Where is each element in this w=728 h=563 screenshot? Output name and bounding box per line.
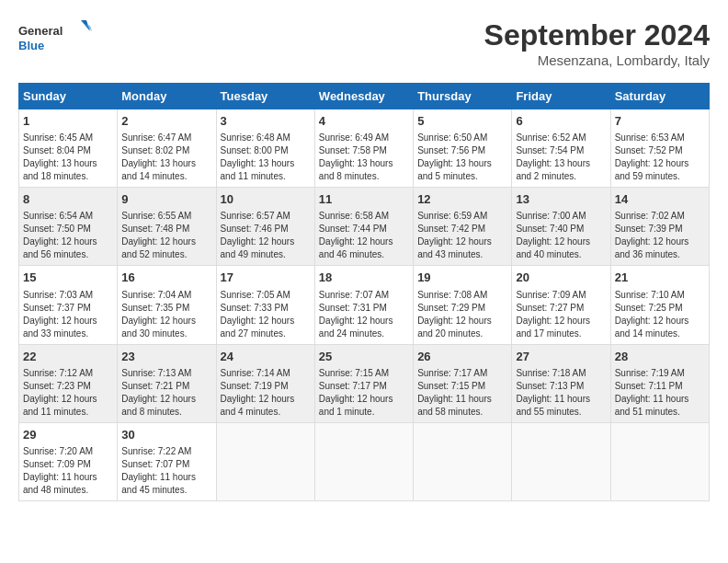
page-header: General Blue September 2024 Mesenzana, L…	[18, 18, 710, 68]
day-info: Sunrise: 7:02 AMSunset: 7:39 PMDaylight:…	[615, 210, 705, 261]
calendar-table: SundayMondayTuesdayWednesdayThursdayFrid…	[18, 83, 710, 501]
calendar-cell: 26Sunrise: 7:17 AMSunset: 7:15 PMDayligh…	[414, 344, 512, 422]
weekday-header-thursday: Thursday	[414, 84, 512, 109]
logo: General Blue	[18, 18, 92, 60]
calendar-cell: 29Sunrise: 7:20 AMSunset: 7:09 PMDayligh…	[19, 422, 118, 500]
title-block: September 2024 Mesenzana, Lombardy, Ital…	[484, 18, 710, 68]
calendar-cell: 8Sunrise: 6:54 AMSunset: 7:50 PMDaylight…	[19, 188, 118, 266]
day-info: Sunrise: 6:54 AMSunset: 7:50 PMDaylight:…	[23, 210, 113, 261]
day-number: 7	[615, 113, 705, 130]
calendar-cell: 25Sunrise: 7:15 AMSunset: 7:17 PMDayligh…	[314, 344, 413, 422]
calendar-cell: 18Sunrise: 7:07 AMSunset: 7:31 PMDayligh…	[314, 266, 413, 344]
day-number: 17	[221, 270, 311, 286]
logo-svg: General Blue	[18, 18, 92, 60]
calendar-cell: 15Sunrise: 7:03 AMSunset: 7:37 PMDayligh…	[19, 266, 118, 344]
calendar-cell: 14Sunrise: 7:02 AMSunset: 7:39 PMDayligh…	[610, 188, 709, 266]
weekday-header-tuesday: Tuesday	[216, 84, 314, 109]
day-number: 13	[516, 191, 606, 208]
day-number: 16	[121, 270, 211, 286]
calendar-cell: 21Sunrise: 7:10 AMSunset: 7:25 PMDayligh…	[610, 266, 709, 344]
day-info: Sunrise: 6:48 AMSunset: 8:00 PMDaylight:…	[221, 132, 311, 183]
calendar-week-row: 8Sunrise: 6:54 AMSunset: 7:50 PMDaylight…	[19, 188, 710, 266]
day-number: 10	[221, 191, 311, 208]
day-info: Sunrise: 7:20 AMSunset: 7:09 PMDaylight:…	[23, 445, 113, 497]
calendar-cell: 2Sunrise: 6:47 AMSunset: 8:02 PMDaylight…	[118, 109, 216, 188]
day-info: Sunrise: 6:59 AMSunset: 7:42 PMDaylight:…	[417, 210, 507, 261]
day-number: 4	[319, 113, 409, 130]
calendar-cell: 4Sunrise: 6:49 AMSunset: 7:58 PMDaylight…	[314, 109, 413, 188]
calendar-cell: 16Sunrise: 7:04 AMSunset: 7:35 PMDayligh…	[118, 266, 216, 344]
day-number: 25	[319, 349, 409, 365]
day-number: 22	[23, 349, 113, 365]
calendar-cell: 17Sunrise: 7:05 AMSunset: 7:33 PMDayligh…	[216, 266, 314, 344]
day-info: Sunrise: 7:18 AMSunset: 7:13 PMDaylight:…	[516, 367, 606, 419]
day-info: Sunrise: 7:09 AMSunset: 7:27 PMDaylight:…	[516, 289, 606, 340]
day-number: 9	[121, 191, 211, 208]
day-info: Sunrise: 7:12 AMSunset: 7:23 PMDaylight:…	[23, 367, 113, 419]
calendar-cell: 22Sunrise: 7:12 AMSunset: 7:23 PMDayligh…	[19, 344, 118, 422]
day-info: Sunrise: 6:45 AMSunset: 8:04 PMDaylight:…	[23, 132, 113, 183]
day-number: 19	[417, 270, 507, 286]
calendar-cell: 20Sunrise: 7:09 AMSunset: 7:27 PMDayligh…	[512, 266, 610, 344]
day-number: 28	[615, 349, 705, 365]
calendar-cell: 24Sunrise: 7:14 AMSunset: 7:19 PMDayligh…	[216, 344, 314, 422]
svg-text:General: General	[18, 24, 63, 38]
calendar-week-row: 1Sunrise: 6:45 AMSunset: 8:04 PMDaylight…	[19, 109, 710, 188]
calendar-week-row: 22Sunrise: 7:12 AMSunset: 7:23 PMDayligh…	[19, 344, 710, 422]
day-info: Sunrise: 6:53 AMSunset: 7:52 PMDaylight:…	[615, 132, 705, 183]
day-info: Sunrise: 7:14 AMSunset: 7:19 PMDaylight:…	[221, 367, 311, 419]
day-info: Sunrise: 7:04 AMSunset: 7:35 PMDaylight:…	[121, 289, 211, 340]
calendar-cell: 23Sunrise: 7:13 AMSunset: 7:21 PMDayligh…	[118, 344, 216, 422]
day-info: Sunrise: 6:52 AMSunset: 7:54 PMDaylight:…	[516, 132, 606, 183]
day-number: 3	[221, 113, 311, 130]
day-number: 15	[23, 270, 113, 286]
calendar-cell: 19Sunrise: 7:08 AMSunset: 7:29 PMDayligh…	[414, 266, 512, 344]
day-info: Sunrise: 7:19 AMSunset: 7:11 PMDaylight:…	[615, 367, 705, 419]
day-number: 11	[319, 191, 409, 208]
calendar-cell: 10Sunrise: 6:57 AMSunset: 7:46 PMDayligh…	[216, 188, 314, 266]
day-number: 24	[221, 349, 311, 365]
day-number: 14	[615, 191, 705, 208]
day-number: 18	[319, 270, 409, 286]
calendar-cell: 27Sunrise: 7:18 AMSunset: 7:13 PMDayligh…	[512, 344, 610, 422]
weekday-header-friday: Friday	[512, 84, 610, 109]
day-info: Sunrise: 6:58 AMSunset: 7:44 PMDaylight:…	[319, 210, 409, 261]
weekday-header-sunday: Sunday	[19, 84, 118, 109]
day-number: 26	[417, 349, 507, 365]
svg-text:Blue: Blue	[18, 39, 44, 52]
weekday-header-wednesday: Wednesday	[314, 84, 413, 109]
day-info: Sunrise: 7:10 AMSunset: 7:25 PMDaylight:…	[615, 289, 705, 340]
calendar-cell: 30Sunrise: 7:22 AMSunset: 7:07 PMDayligh…	[118, 422, 216, 500]
day-info: Sunrise: 7:17 AMSunset: 7:15 PMDaylight:…	[417, 367, 507, 419]
day-number: 20	[516, 270, 606, 286]
calendar-cell: 1Sunrise: 6:45 AMSunset: 8:04 PMDaylight…	[19, 109, 118, 188]
day-info: Sunrise: 7:13 AMSunset: 7:21 PMDaylight:…	[121, 367, 211, 419]
day-info: Sunrise: 7:03 AMSunset: 7:37 PMDaylight:…	[23, 289, 113, 340]
day-number: 29	[23, 427, 113, 443]
calendar-cell: 12Sunrise: 6:59 AMSunset: 7:42 PMDayligh…	[414, 188, 512, 266]
day-number: 21	[615, 270, 705, 286]
day-info: Sunrise: 6:50 AMSunset: 7:56 PMDaylight:…	[417, 132, 507, 183]
weekday-header-monday: Monday	[118, 84, 216, 109]
calendar-cell: 7Sunrise: 6:53 AMSunset: 7:52 PMDaylight…	[610, 109, 709, 188]
day-info: Sunrise: 7:05 AMSunset: 7:33 PMDaylight:…	[221, 289, 311, 340]
day-info: Sunrise: 7:07 AMSunset: 7:31 PMDaylight:…	[319, 289, 409, 340]
calendar-week-row: 15Sunrise: 7:03 AMSunset: 7:37 PMDayligh…	[19, 266, 710, 344]
day-info: Sunrise: 7:22 AMSunset: 7:07 PMDaylight:…	[121, 445, 211, 497]
calendar-cell: 13Sunrise: 7:00 AMSunset: 7:40 PMDayligh…	[512, 188, 610, 266]
calendar-cell: 6Sunrise: 6:52 AMSunset: 7:54 PMDaylight…	[512, 109, 610, 188]
weekday-header-saturday: Saturday	[610, 84, 709, 109]
day-info: Sunrise: 6:55 AMSunset: 7:48 PMDaylight:…	[121, 210, 211, 261]
calendar-cell: 28Sunrise: 7:19 AMSunset: 7:11 PMDayligh…	[610, 344, 709, 422]
location: Mesenzana, Lombardy, Italy	[484, 52, 710, 68]
day-info: Sunrise: 7:00 AMSunset: 7:40 PMDaylight:…	[516, 210, 606, 261]
calendar-cell	[314, 422, 413, 500]
day-number: 6	[516, 113, 606, 130]
day-info: Sunrise: 6:47 AMSunset: 8:02 PMDaylight:…	[121, 132, 211, 183]
weekday-header-row: SundayMondayTuesdayWednesdayThursdayFrid…	[19, 84, 710, 109]
day-number: 2	[121, 113, 211, 130]
calendar-cell	[216, 422, 314, 500]
day-number: 8	[23, 191, 113, 208]
calendar-cell	[610, 422, 709, 500]
calendar-week-row: 29Sunrise: 7:20 AMSunset: 7:09 PMDayligh…	[19, 422, 710, 500]
